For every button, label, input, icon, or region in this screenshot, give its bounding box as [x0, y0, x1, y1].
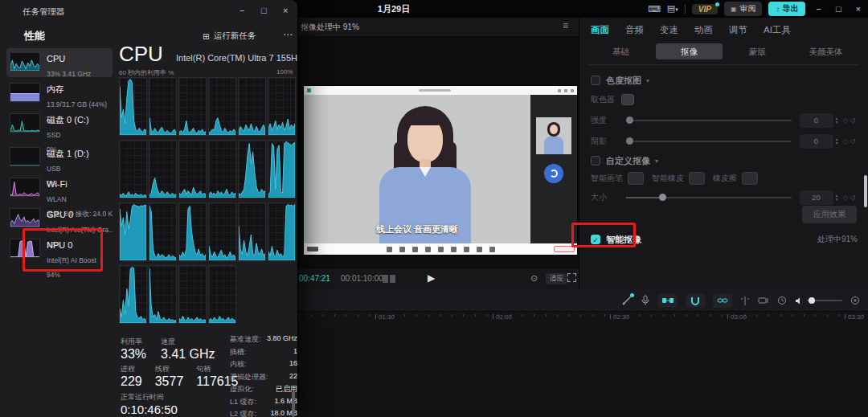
subtab-basic[interactable]: 基础	[588, 43, 654, 59]
subtab-keying[interactable]: 抠像	[656, 43, 723, 59]
strength-stepper[interactable]: ▴▾	[836, 117, 838, 125]
smart-select-icon[interactable]	[621, 295, 633, 306]
processes-value: 229	[121, 374, 142, 388]
cpu-core-chart	[238, 202, 266, 261]
smart-eraser-button[interactable]	[689, 172, 705, 185]
collapse-caret-icon[interactable]: ▾	[646, 77, 649, 84]
linkage-toggle[interactable]	[713, 294, 732, 308]
cpu-core-chart	[268, 77, 296, 136]
strength-value[interactable]: 0	[800, 113, 833, 128]
export-button[interactable]: ↑导出	[768, 2, 805, 16]
timer-icon[interactable]	[777, 296, 787, 305]
ruler-time-label: 01:30	[379, 313, 395, 321]
size-slider[interactable]	[626, 197, 792, 198]
smart-keying-checkbox[interactable]: ✓	[591, 235, 600, 244]
volume-knob[interactable]	[809, 297, 815, 304]
layout-switch-icon[interactable]: ▤▾	[667, 0, 678, 18]
record-voiceover-icon[interactable]	[641, 295, 650, 306]
apply-effect-button[interactable]: 应用效果	[802, 206, 857, 223]
snapshot-icon[interactable]: ⊙	[530, 273, 538, 284]
smart-keying-progress: 处理中91%	[817, 234, 858, 245]
cpu-core-chart	[208, 140, 236, 198]
tab-biansu[interactable]: 变速	[660, 24, 678, 36]
vip-badge[interactable]: VIP	[692, 4, 718, 14]
volume-slider[interactable]	[807, 300, 842, 301]
notification-dot	[630, 293, 634, 297]
self-view-thumbnail	[536, 117, 571, 154]
custom-keying-header: 自定义抠像 ▾	[591, 153, 858, 169]
slider-knob[interactable]	[659, 194, 666, 201]
eraser-button[interactable]	[742, 172, 758, 185]
tm-scrollbar[interactable]	[292, 391, 295, 417]
cpu-core-chart	[238, 77, 266, 136]
tm-more-menu-icon[interactable]: ⋯	[283, 29, 293, 40]
strength-row: 强度 0 ▴▾ ◇↺	[591, 112, 858, 129]
editor-minimize-button[interactable]: −	[812, 4, 825, 14]
color-picker-row: 取色器	[591, 92, 858, 108]
sidebar-item-memory[interactable]: 内存 13.9/31.7 GB (44%)	[6, 79, 113, 108]
timecode-total: 00:01:10:00	[341, 274, 383, 283]
fit-mode-selector[interactable]: 适应	[546, 273, 567, 284]
new-task-icon: ⊞	[203, 31, 210, 41]
panel-subtabs: 基础 抠像 蒙版 美颜美体	[588, 43, 859, 59]
cpu-spark-chart	[10, 52, 40, 72]
keying-progress-status: 抠像处理中 91%	[301, 22, 359, 33]
color-picker-swatch[interactable]	[621, 94, 634, 105]
ruler-time-label: 02:30	[613, 313, 629, 321]
snap-magnet-toggle[interactable]	[686, 294, 705, 308]
fullscreen-icon[interactable]	[567, 273, 576, 282]
run-new-task-button[interactable]: ⊞ 运行新任务	[203, 31, 256, 42]
sidebar-item-npu[interactable]: NPU 0 Intel(R) AI Boost 94%	[6, 235, 113, 268]
play-button[interactable]: ▶	[428, 272, 435, 284]
review-button[interactable]: ▣审阅	[724, 2, 763, 16]
vip-notification-dot	[715, 2, 719, 6]
shadow-stepper[interactable]: ▴▾	[836, 137, 838, 145]
auto-ripple-toggle[interactable]	[658, 294, 678, 308]
tab-ai-tools[interactable]: AI工具	[764, 24, 791, 36]
tab-donghua[interactable]: 动画	[694, 24, 713, 36]
slider-knob[interactable]	[626, 117, 633, 124]
timeline-zoom-fit-icon[interactable]	[850, 296, 860, 305]
sidebar-item-wifi[interactable]: Wi-Fi WLAN 发送: 8.0 接收: 24.0 K	[6, 174, 113, 206]
shadow-value[interactable]: 0	[800, 134, 833, 149]
timeline-volume-control[interactable]	[795, 296, 842, 305]
panel-scrollbar[interactable]	[864, 175, 867, 207]
size-stepper[interactable]: ▴▾	[836, 194, 838, 202]
slider-knob[interactable]	[626, 137, 633, 145]
subtab-beauty[interactable]: 美颜美体	[792, 43, 859, 59]
meeting-share-icon	[307, 247, 318, 251]
sidebar-item-disk1[interactable]: 磁盘 1 (D:) USB 0%	[6, 143, 113, 175]
tab-huamian[interactable]: 画面	[591, 24, 609, 36]
shadow-slider[interactable]	[626, 141, 792, 142]
cpu-utilization-value: 33%	[121, 347, 146, 361]
size-value[interactable]: 20	[800, 190, 833, 205]
smart-brush-button[interactable]	[628, 172, 644, 185]
custom-keying-checkbox[interactable]	[591, 156, 600, 166]
sidebar-item-cpu[interactable]: CPU 33% 3.41 GHz	[6, 48, 113, 77]
editor-maximize-button[interactable]: □	[832, 4, 845, 14]
collapse-caret-icon[interactable]: ▾	[655, 157, 658, 165]
wifi-spark-chart	[10, 178, 40, 197]
compare-view-icon[interactable]	[383, 275, 395, 283]
sidebar-item-gpu[interactable]: GPU 0 Intel(R) Arc(TM) Gra.. 12%	[6, 204, 113, 235]
cpu-core-chart	[178, 202, 207, 261]
strength-slider[interactable]	[626, 120, 792, 121]
disk1-spark-chart	[10, 147, 40, 166]
tm-maximize-button[interactable]: □	[261, 6, 267, 15]
tab-tiaojie[interactable]: 调节	[729, 24, 747, 36]
editor-close-button[interactable]: ×	[852, 4, 865, 14]
video-content: 线上会议 音画更清晰	[304, 86, 577, 255]
split-clip-icon[interactable]	[740, 296, 750, 306]
cpu-core-chart	[119, 202, 147, 261]
hamburger-menu-icon[interactable]: ≡	[563, 20, 568, 31]
keyboard-shortcuts-icon[interactable]: ⌨	[648, 0, 661, 18]
tab-yinpin[interactable]: 音频	[625, 24, 644, 36]
tm-close-button[interactable]: ×	[283, 6, 288, 15]
tm-minimize-button[interactable]: −	[240, 6, 244, 15]
preview-axis-icon[interactable]	[758, 296, 769, 305]
chroma-key-checkbox[interactable]	[591, 76, 600, 85]
sidebar-item-disk0[interactable]: 磁盘 0 (C:) SSD 0%	[6, 109, 113, 141]
cpu-core-chart	[178, 265, 207, 324]
subtab-mask[interactable]: 蒙版	[724, 43, 791, 59]
divider	[588, 64, 859, 65]
